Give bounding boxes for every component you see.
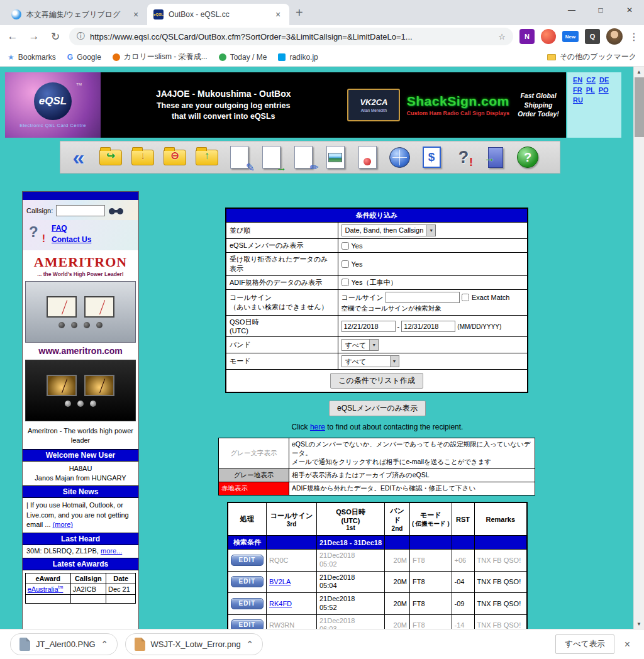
- maximize-button[interactable]: □: [586, 0, 615, 20]
- inbox-folder-icon[interactable]: ↪: [97, 143, 124, 172]
- shacksign-plaque-image[interactable]: VK2CA Allan Meredith: [347, 89, 400, 121]
- legend-desc-line1: eQSLのメンバーでないか、メンバーであってもその設定期限に入っていないデータ。: [292, 440, 532, 458]
- lang-cz-link[interactable]: CZ: [586, 76, 596, 84]
- exact-match-checkbox[interactable]: [462, 294, 469, 301]
- callsign-note: 空欄で全コールサインが検索対象: [341, 304, 525, 313]
- bookmark-google[interactable]: G Google: [67, 53, 101, 62]
- eaward-link[interactable]: eAustraliatm: [28, 585, 64, 593]
- tab-2-active[interactable]: eQSL OutBox - eQSL.cc ×: [147, 4, 289, 25]
- lang-po-link[interactable]: PO: [599, 86, 609, 94]
- callsign-filter-input[interactable]: [386, 292, 460, 303]
- bookmark-slism[interactable]: カロリーslism - 栄養成...: [113, 52, 208, 62]
- apply-filter-button[interactable]: この条件でリスト作成: [330, 373, 423, 389]
- tab2-close-icon[interactable]: ×: [273, 9, 283, 19]
- lang-de-link[interactable]: DE: [599, 76, 609, 84]
- bookmark-bookmarks[interactable]: ★ Bookmarks: [8, 53, 56, 62]
- shacksign-ad[interactable]: ShackSign.com Custom Ham Radio Call Sign…: [406, 94, 509, 116]
- edit-button[interactable]: EDIT: [231, 576, 264, 587]
- onenote-extension-icon[interactable]: N: [519, 29, 535, 44]
- search-date-range: 21Dec18 - 31Dec18: [317, 536, 385, 550]
- chrome-menu-icon[interactable]: ⋮: [629, 31, 639, 43]
- callsign-filter-label: コールサイン （あいまい検索はできません）: [226, 290, 338, 316]
- pencil-glyph: ✎: [246, 162, 255, 173]
- import-log-icon[interactable]: →: [258, 143, 284, 172]
- show-all-downloads-button[interactable]: すべて表示: [555, 634, 614, 654]
- web-globe-icon[interactable]: [386, 143, 413, 172]
- image-gallery-icon[interactable]: [322, 143, 348, 172]
- contact-us-link[interactable]: Contact Us: [52, 234, 91, 245]
- lang-en-link[interactable]: EN: [573, 76, 582, 84]
- help-icon[interactable]: ?: [514, 143, 541, 172]
- bookmark-radiko[interactable]: radiko.jp: [278, 53, 318, 62]
- lang-fr-link[interactable]: FR: [573, 86, 582, 94]
- logout-door-icon[interactable]: →: [482, 143, 509, 172]
- upload-folder-icon[interactable]: ↑: [194, 143, 220, 172]
- scrollbar-thumb[interactable]: [635, 77, 644, 137]
- download-item-2[interactable]: WSJT-X_Lotw_Error.png ⌃: [125, 633, 263, 655]
- rst-cell: -14: [452, 614, 474, 629]
- edit-button[interactable]: EDIT: [231, 619, 264, 629]
- ameritron-ad[interactable]: AMERITRON ... the World's High Power Lea…: [23, 250, 138, 277]
- log-entry-icon[interactable]: ✎: [226, 143, 252, 172]
- page-info-icon[interactable]: ⓘ: [77, 31, 85, 42]
- gray-extension-icon[interactable]: Q: [585, 29, 600, 44]
- members-only-button[interactable]: eQSLメンバーのみ表示: [329, 401, 426, 416]
- binoculars-icon[interactable]: [108, 207, 125, 215]
- red-extension-icon[interactable]: [541, 29, 556, 44]
- amplifier-image-1[interactable]: [25, 281, 136, 343]
- awards-certificate-icon[interactable]: [354, 143, 380, 172]
- table-row: EDIT RW3RN 21Dec201806:03 20M FT8 -14 TN…: [228, 614, 527, 629]
- adif-only-checkbox[interactable]: [341, 279, 349, 286]
- ameritron-url[interactable]: www.ameritron.com: [23, 343, 138, 357]
- news-more-link[interactable]: (more): [53, 521, 73, 528]
- bookmark-star-icon[interactable]: ☆: [498, 32, 506, 42]
- minimize-button[interactable]: —: [557, 0, 586, 20]
- download-folder-icon[interactable]: ↓: [130, 143, 156, 172]
- faq-link[interactable]: FAQ: [52, 223, 91, 234]
- date-to-input[interactable]: [401, 321, 455, 332]
- back-icon[interactable]: ←: [5, 30, 20, 43]
- contact-here-link[interactable]: here: [310, 423, 325, 431]
- design-card-icon[interactable]: ✏: [290, 143, 316, 172]
- amplifier-image-2[interactable]: [25, 360, 136, 421]
- avatar[interactable]: [606, 28, 623, 45]
- new-badge-extension-icon[interactable]: New: [562, 31, 579, 42]
- eqsl-logo[interactable]: eQSL TM Electronic QSL Card Centre: [5, 72, 101, 138]
- callsign-link[interactable]: BV2LA: [269, 578, 291, 585]
- rejected-only-checkbox[interactable]: [341, 260, 349, 268]
- new-tab-button[interactable]: +: [296, 6, 303, 20]
- heard-more-link[interactable]: more...: [101, 547, 122, 555]
- forward-icon[interactable]: →: [26, 30, 42, 43]
- edit-button[interactable]: EDIT: [231, 555, 264, 566]
- tab-1[interactable]: 本文再編集/ウェブリブログ ×: [5, 4, 147, 25]
- download-item-1[interactable]: JT_Alert00.PNG ⌃: [10, 633, 118, 655]
- chevron-up-icon[interactable]: ⌃: [247, 640, 253, 649]
- edit-button[interactable]: EDIT: [231, 598, 264, 609]
- callsign-search-input[interactable]: [56, 205, 105, 216]
- lang-ru-link[interactable]: RU: [573, 96, 583, 104]
- tab1-close-icon[interactable]: ×: [131, 9, 141, 19]
- other-bookmarks[interactable]: その他のブックマーク: [547, 52, 636, 62]
- support-question-icon[interactable]: ?!: [450, 143, 477, 172]
- scroll-up-icon[interactable]: ▲: [634, 67, 644, 77]
- date-from-input[interactable]: [341, 321, 396, 332]
- address-bar[interactable]: ⓘ https://www.eqsl.cc/QSLCard/OutBox.cfm…: [69, 28, 513, 45]
- scroll-down-icon[interactable]: ▼: [634, 619, 644, 629]
- lang-pl-link[interactable]: PL: [586, 86, 595, 94]
- bookmark-today-me[interactable]: Today / Me: [219, 53, 267, 62]
- callsign-link[interactable]: RK4FD: [269, 600, 292, 607]
- close-downloads-bar-icon[interactable]: ×: [625, 639, 630, 650]
- billing-dollar-icon[interactable]: $: [418, 143, 445, 172]
- nav-back-icon[interactable]: «: [65, 143, 92, 172]
- reload-icon[interactable]: ↻: [48, 30, 63, 43]
- url-text[interactable]: https://www.eqsl.cc/QSLCard/OutBox.cfm?S…: [90, 32, 493, 42]
- mode-select[interactable]: すべて▼: [341, 355, 399, 367]
- sort-order-select[interactable]: Date, Band, then Callsign▼: [341, 224, 436, 236]
- vertical-scrollbar[interactable]: ▲ ▼: [633, 67, 644, 629]
- close-button[interactable]: ✕: [615, 0, 644, 20]
- chevron-up-icon[interactable]: ⌃: [101, 640, 108, 649]
- rejected-folder-icon[interactable]: ⊖: [162, 143, 188, 172]
- folder-arrow: ↪: [106, 150, 115, 161]
- band-select[interactable]: すべて▼: [341, 339, 379, 351]
- members-only-checkbox[interactable]: [341, 242, 349, 250]
